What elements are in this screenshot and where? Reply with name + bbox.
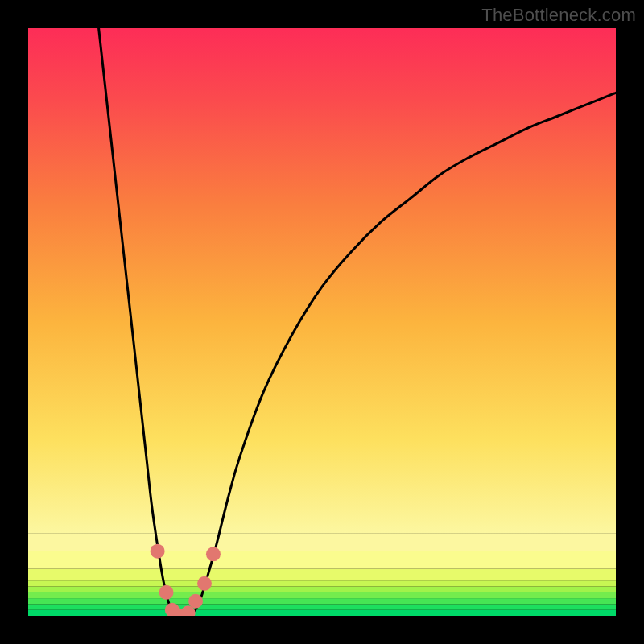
svg-rect-8 [28, 551, 616, 569]
svg-point-17 [206, 547, 221, 561]
svg-rect-5 [28, 587, 616, 592]
svg-rect-0 [28, 28, 616, 534]
svg-rect-2 [28, 604, 616, 609]
bottleneck-chart [28, 28, 616, 616]
plot-area [28, 28, 616, 616]
svg-rect-3 [28, 598, 616, 604]
svg-rect-9 [28, 534, 616, 551]
watermark-label: TheBottleneck.com [481, 5, 636, 26]
svg-point-10 [151, 544, 165, 559]
svg-rect-7 [28, 569, 616, 581]
chart-frame: TheBottleneck.com [0, 0, 644, 644]
svg-point-15 [188, 594, 203, 609]
svg-point-11 [159, 585, 174, 600]
svg-point-16 [197, 576, 212, 591]
svg-rect-4 [28, 592, 616, 598]
svg-rect-6 [28, 580, 616, 586]
svg-rect-1 [28, 610, 616, 616]
